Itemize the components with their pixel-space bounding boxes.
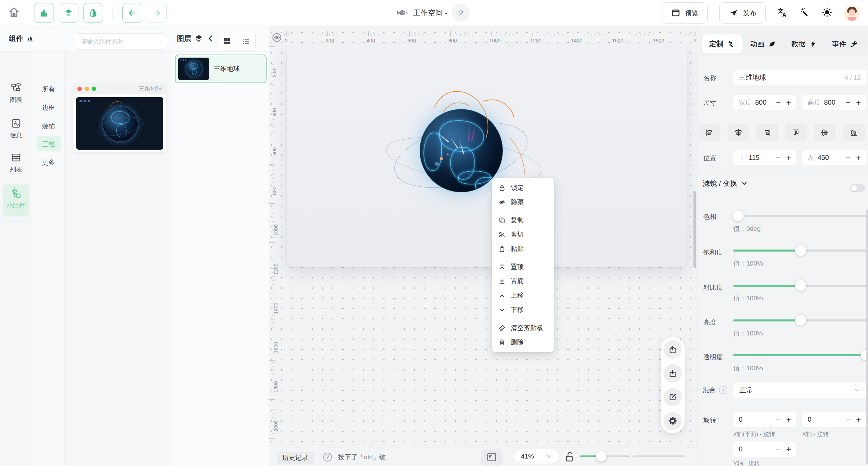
rotation-y-stepper[interactable]: 0 −+ bbox=[733, 441, 796, 457]
position-left-stepper[interactable]: 左 450 −+ bbox=[802, 150, 866, 165]
edit-button[interactable] bbox=[663, 388, 682, 406]
position-top-stepper[interactable]: 上 115 −+ bbox=[733, 150, 796, 165]
undo-button[interactable] bbox=[122, 3, 142, 23]
category-3d[interactable]: 三维 bbox=[32, 140, 65, 149]
category-all[interactable]: 所有 bbox=[32, 85, 65, 94]
ruler-label: 200 bbox=[326, 37, 334, 43]
unlock-icon[interactable] bbox=[565, 451, 575, 464]
align-bottom-button[interactable] bbox=[843, 124, 865, 141]
menu-item-move-up[interactable]: 上移 bbox=[492, 288, 554, 303]
layers-panel-toggle-button[interactable] bbox=[59, 3, 78, 23]
sidebar-item-charts[interactable]: 图表 bbox=[0, 83, 32, 104]
menu-item-copy[interactable]: 复制 bbox=[492, 213, 554, 227]
align-horizontal-center-button[interactable] bbox=[728, 124, 749, 141]
language-icon[interactable]: 文A bbox=[777, 7, 788, 19]
history-button[interactable]: 历史记录 bbox=[277, 452, 314, 464]
zoom-slider-handle[interactable] bbox=[596, 451, 607, 462]
tab-data[interactable]: 数据 bbox=[783, 34, 824, 54]
tab-animation[interactable]: 动画 bbox=[743, 34, 783, 54]
import-button[interactable] bbox=[663, 364, 682, 382]
saturation-slider[interactable] bbox=[733, 250, 867, 252]
chart-panel-toggle-button[interactable] bbox=[34, 3, 54, 23]
layer-grid-view-button[interactable] bbox=[218, 32, 237, 50]
sidebar-item-info[interactable]: A 信息 bbox=[0, 118, 32, 139]
top-header: 工作空间 - 2 预览 发布 文A bbox=[0, 0, 868, 26]
align-left-button[interactable] bbox=[699, 124, 720, 141]
rocket-icon bbox=[850, 40, 858, 48]
width-increment-button[interactable]: + bbox=[786, 99, 791, 107]
component-search-input[interactable] bbox=[81, 38, 160, 45]
brightness-slider[interactable] bbox=[733, 319, 867, 321]
contrast-slider[interactable] bbox=[733, 285, 867, 287]
layer-item-3d-earth[interactable]: 三维地球 bbox=[175, 55, 267, 83]
blend-help-icon[interactable]: ? bbox=[719, 386, 727, 394]
theme-sun-icon[interactable] bbox=[822, 7, 833, 19]
collapse-panel-icon[interactable] bbox=[207, 34, 214, 43]
tab-customize[interactable]: 定制 bbox=[702, 34, 743, 54]
publish-button[interactable]: 发布 bbox=[719, 2, 766, 24]
home-icon[interactable] bbox=[8, 6, 20, 19]
menu-item-clear-clipboard[interactable]: 清空剪贴板 bbox=[492, 321, 554, 335]
rotation-y-increment-button[interactable]: + bbox=[786, 445, 791, 453]
menu-item-bring-to-front[interactable]: 置顶 bbox=[492, 260, 554, 274]
rotation-x-stepper[interactable]: 0 −+ bbox=[802, 412, 866, 427]
canvas-area[interactable]: 0200400600800100012001400160018002 20040… bbox=[269, 26, 698, 448]
left-decrement-button[interactable]: − bbox=[846, 154, 851, 162]
redo-button[interactable] bbox=[147, 3, 167, 23]
rotation-x-increment-button[interactable]: + bbox=[856, 416, 861, 424]
align-top-button[interactable] bbox=[785, 124, 807, 141]
rotation-z-increment-button[interactable]: + bbox=[786, 416, 791, 424]
rotation-x-decrement-button[interactable]: − bbox=[846, 416, 851, 424]
sidebar-item-widgets[interactable]: 小组件 bbox=[0, 188, 32, 210]
search-icon[interactable] bbox=[160, 38, 162, 45]
ruler-eye-icon[interactable] bbox=[271, 31, 283, 44]
theme-panel-toggle-button[interactable] bbox=[83, 3, 103, 23]
menu-item-move-down[interactable]: 下移 bbox=[492, 303, 554, 317]
rotation-z-stepper[interactable]: 0 −+ bbox=[733, 412, 796, 427]
height-stepper[interactable]: 高度 800 −+ bbox=[802, 95, 866, 110]
filter-transform-header[interactable]: 滤镜 / 变换 bbox=[703, 179, 748, 188]
sidebar-item-list[interactable]: 列表 bbox=[0, 152, 32, 174]
workspace-badge[interactable]: 2 bbox=[452, 4, 470, 22]
preview-button[interactable]: 预览 bbox=[662, 2, 708, 24]
category-border[interactable]: 边框 bbox=[32, 103, 65, 112]
magic-wand-icon[interactable] bbox=[800, 7, 810, 19]
help-icon[interactable]: ? bbox=[323, 453, 332, 462]
top-decrement-button[interactable]: − bbox=[776, 154, 781, 162]
menu-item-delete[interactable]: 删除 bbox=[492, 335, 554, 349]
layer-list-view-button[interactable] bbox=[237, 32, 256, 50]
height-decrement-button[interactable]: − bbox=[846, 99, 851, 107]
menu-item-hide[interactable]: 隐藏 bbox=[492, 195, 554, 209]
filter-transform-toggle[interactable] bbox=[850, 184, 865, 192]
menu-item-cut[interactable]: 剪切 bbox=[492, 227, 554, 242]
opacity-slider[interactable] bbox=[733, 354, 867, 356]
panel-scrollbar[interactable] bbox=[866, 210, 868, 464]
name-input[interactable]: 三维地球 4 / 12 bbox=[733, 70, 866, 85]
menu-item-lock[interactable]: 锁定 bbox=[492, 181, 554, 195]
height-increment-button[interactable]: + bbox=[856, 99, 861, 107]
top-increment-button[interactable]: + bbox=[786, 154, 791, 162]
canvas-scrollbar[interactable] bbox=[693, 191, 696, 268]
hue-slider[interactable] bbox=[733, 215, 867, 217]
droplet-icon bbox=[89, 8, 98, 18]
blend-mode-select[interactable]: 正常 bbox=[733, 382, 866, 398]
detail-panel-button[interactable] bbox=[481, 449, 503, 465]
component-card-3d-earth[interactable]: 三维地球 bbox=[73, 83, 166, 152]
menu-item-send-to-back[interactable]: 置底 bbox=[492, 274, 554, 288]
menu-item-paste[interactable]: 粘贴 bbox=[492, 242, 554, 256]
settings-button[interactable] bbox=[663, 412, 682, 430]
width-stepper[interactable]: 宽度 800 −+ bbox=[733, 95, 796, 110]
align-vertical-center-button[interactable] bbox=[814, 124, 836, 141]
zoom-slider[interactable] bbox=[580, 455, 685, 457]
category-decoration[interactable]: 装饰 bbox=[32, 122, 65, 131]
rotation-y-decrement-button[interactable]: − bbox=[776, 445, 781, 453]
export-button[interactable] bbox=[663, 340, 682, 359]
zoom-select[interactable]: 41% bbox=[514, 449, 559, 464]
avatar[interactable] bbox=[844, 5, 860, 21]
category-more[interactable]: 更多 bbox=[32, 158, 65, 167]
left-increment-button[interactable]: + bbox=[856, 154, 861, 162]
align-right-button[interactable] bbox=[756, 124, 778, 141]
rotation-z-decrement-button[interactable]: − bbox=[776, 416, 781, 424]
width-decrement-button[interactable]: − bbox=[776, 99, 781, 107]
tab-events[interactable]: 事件 bbox=[824, 34, 865, 54]
